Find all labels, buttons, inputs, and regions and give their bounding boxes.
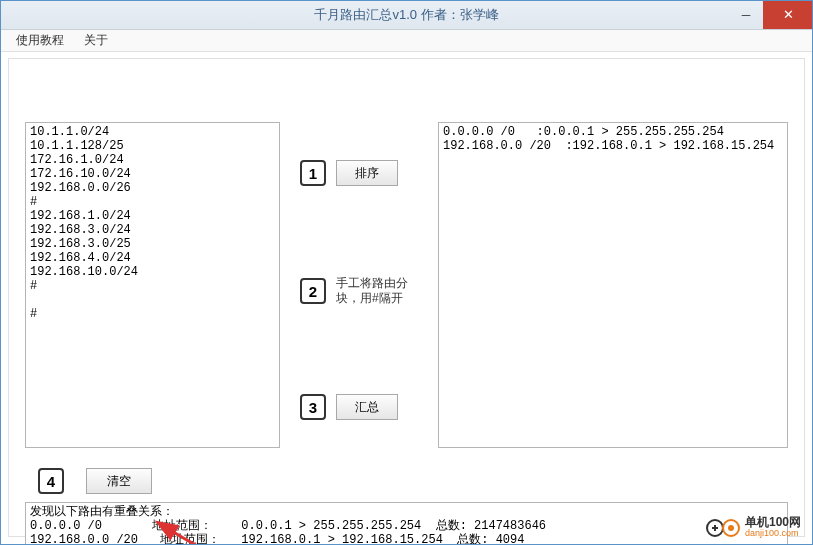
step-number-1: 1 — [300, 160, 326, 186]
step-number-2: 2 — [300, 278, 326, 304]
watermark-line2: danji100.com — [745, 528, 801, 539]
summary-button[interactable]: 汇总 — [336, 394, 398, 420]
watermark-text: 单机100网 danji100.com — [745, 517, 801, 539]
menu-tutorial[interactable]: 使用教程 — [6, 30, 74, 51]
input-routes-textarea[interactable]: 10.1.1.0/24 10.1.1.128/25 172.16.1.0/24 … — [25, 122, 280, 448]
output-routes-textarea[interactable]: 0.0.0.0 /0 :0.0.0.1 > 255.255.255.254 19… — [438, 122, 788, 448]
svg-point-4 — [728, 525, 734, 531]
window-title: 千月路由汇总v1.0 作者：张学峰 — [0, 6, 813, 24]
watermark: 单机100网 danji100.com — [705, 517, 801, 539]
step-number-3: 3 — [300, 394, 326, 420]
menu-bar: 使用教程 关于 — [0, 30, 813, 52]
clear-button[interactable]: 清空 — [86, 468, 152, 494]
step-2: 2 手工将路由分 块，用#隔开 — [300, 276, 408, 306]
minimize-button[interactable]: ─ — [729, 0, 763, 29]
step-3: 3 汇总 — [300, 394, 398, 420]
step-1: 1 排序 — [300, 160, 398, 186]
watermark-logo-icon — [705, 518, 741, 538]
watermark-line1: 单机100网 — [745, 517, 801, 528]
step-4-row: 4 清空 — [38, 468, 152, 494]
step-2-text: 手工将路由分 块，用#隔开 — [336, 276, 408, 306]
content-area: 10.1.1.0/24 10.1.1.128/25 172.16.1.0/24 … — [0, 52, 813, 545]
menu-about[interactable]: 关于 — [74, 30, 118, 51]
window-controls: ─ ✕ — [729, 0, 813, 29]
log-textarea[interactable]: 发现以下路由有重叠关系： 0.0.0.0 /0 地址范围： 0.0.0.1 > … — [25, 502, 788, 545]
title-bar: 千月路由汇总v1.0 作者：张学峰 ─ ✕ — [0, 0, 813, 30]
step-number-4: 4 — [38, 468, 64, 494]
sort-button[interactable]: 排序 — [336, 160, 398, 186]
close-button[interactable]: ✕ — [763, 0, 813, 29]
